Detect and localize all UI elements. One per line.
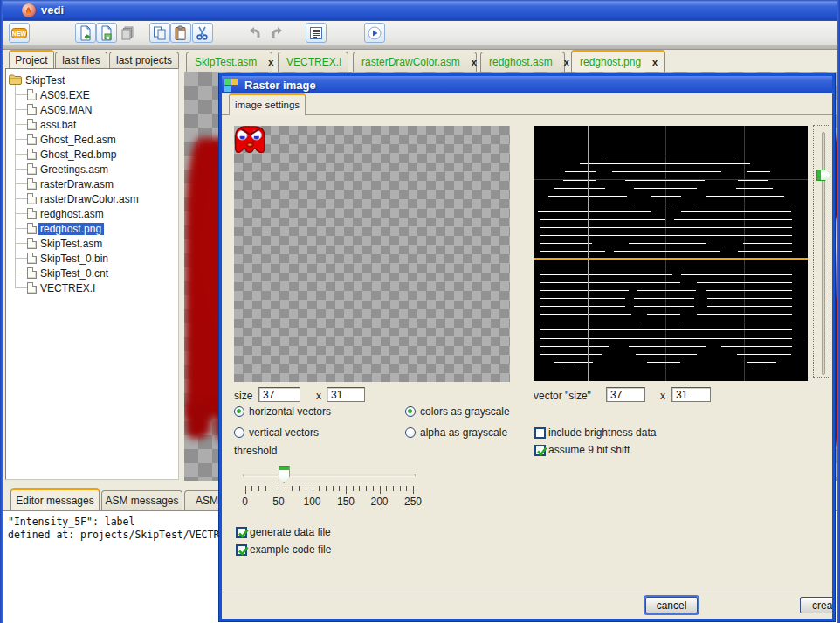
tree-file-skiptest-0-bin[interactable]: SkipTest_0.bin [6,251,178,266]
messages-tab-asm-messages[interactable]: ASM messages [101,490,182,510]
tab-close-icon[interactable]: x [472,57,477,67]
file-icon [27,119,37,130]
sidebar-tab-project[interactable]: Project [9,50,54,68]
tree-item-label: SkipTest_0.cnt [38,267,111,280]
run-button[interactable] [364,23,385,43]
editor-tab-label: rasterDrawColor.asm [361,56,460,68]
ruler-tick-label: 250 [404,495,422,508]
checkbox-label: example code file [250,543,331,556]
background-ghost-foot [186,404,210,439]
copy-button[interactable] [149,23,170,43]
checkbox-assume-9-bit-shift[interactable] [534,445,546,456]
vector-scale-slider-handle[interactable] [816,170,830,181]
editor-tab-rasterdrawcolor-asm[interactable]: rasterDrawColor.asmx [353,52,477,72]
tree-file-skiptest-asm[interactable]: SkipTest.asm [6,236,178,251]
ruler-tick-label: 200 [370,495,388,508]
threshold-slider-handle[interactable] [279,466,290,483]
radio-alpha-as-grayscale[interactable] [405,427,416,438]
main-toolbar: NEW [3,21,837,45]
save-file-button[interactable] [96,23,117,43]
file-icon [27,134,37,145]
ruler-tick [272,486,272,491]
threshold-label: threshold [234,445,277,457]
page-plus-icon [78,25,93,41]
redo-button[interactable] [266,23,287,43]
new-file-button[interactable] [75,23,96,43]
check-icon [236,525,251,540]
tree-file-vectrex-i[interactable]: VECTREX.I [6,280,178,295]
file-icon [27,178,37,190]
checkbox-include-brightness-data[interactable] [534,427,546,439]
new-project-button[interactable]: NEW [9,23,30,43]
ruler-tick [380,486,381,494]
editor-tab-skiptest-asm[interactable]: SkipTest.asmx [186,52,272,72]
tree-file-ghost-red-bmp[interactable]: Ghost_Red.bmp [6,147,178,162]
tree-item-label: redghost.png [38,223,104,235]
dialog-titlebar[interactable]: Raster image [222,76,833,93]
sidebar-tab-last-projects[interactable]: last projects [109,52,179,68]
ruler-tick [339,486,340,491]
tab-label: Project [15,54,47,66]
tree-file-as09-man[interactable]: AS09.MAN [6,102,178,117]
vector-scale-slider[interactable] [813,125,830,378]
file-icon [27,223,37,234]
file-icon [27,282,37,294]
radio-label: colors as grayscale [420,405,510,418]
file-icon [27,149,37,160]
tree-file-assi-bat[interactable]: assi.bat [6,117,178,132]
radio-horizontal-vectors[interactable] [234,406,244,417]
tree-file-redghost-asm[interactable]: redghost.asm [6,206,178,221]
cancel-button[interactable]: cancel [645,597,698,613]
size-height-input[interactable]: 31 [327,387,365,402]
tree-file-skiptest-0-cnt[interactable]: SkipTest_0.cnt [6,266,178,280]
ruler-tick [413,486,414,494]
editor-tab-vectrex-i[interactable]: VECTREX.Ix [278,52,348,72]
tree-item-label: AS09.MAN [38,104,94,116]
tree-file-redghost-png[interactable]: redghost.png [6,221,178,236]
tree-file-greetings-asm[interactable]: Greetings.asm [6,162,178,177]
threshold-slider-groove[interactable] [243,474,416,477]
tree-item-label: assi.bat [38,119,79,131]
tree-folder-skiptest[interactable]: SkipTest [6,73,178,87]
tree-file-rasterdrawcolor-asm[interactable]: rasterDrawColor.asm [6,191,178,206]
sidebar-tab-last-files[interactable]: last files [55,52,107,68]
tree-file-ghost-red-asm[interactable]: Ghost_Red.asm [6,132,178,147]
editor-tab-redghost-png[interactable]: redghost.pngx [571,50,665,72]
radio-dot [408,409,413,414]
raster-preview[interactable] [234,126,510,382]
message-line: defined at: projects/SkipTest/VECTREX.I [8,529,244,541]
editor-tab-redghost-asm[interactable]: redghost.asmx [480,52,565,72]
scissors-icon [195,25,210,41]
radio-label: vertical vectors [249,426,319,439]
vector-size-height-input[interactable]: 31 [671,387,711,402]
undo-button[interactable] [244,23,265,43]
ruler-tick [258,486,259,491]
tab-close-icon[interactable]: x [652,57,658,67]
cut-button[interactable] [192,23,213,43]
ruler-tick [319,486,320,491]
tab-label: last projects [116,54,172,66]
save-all-button[interactable] [118,23,139,43]
paste-button[interactable] [170,23,191,43]
checkbox-generate-data-file[interactable] [236,527,247,538]
checkbox-example-code-file[interactable] [236,544,247,556]
editor-tab-label: SkipTest.asm [195,56,257,68]
tree-file-as09-exe[interactable]: AS09.EXE [6,87,178,102]
dialog-footer-divider [222,592,833,593]
ruler-tick [359,486,360,491]
radio-vertical-vectors[interactable] [234,427,244,438]
file-icon [27,89,37,100]
tab-close-icon[interactable]: x [268,57,273,67]
radio-label: alpha as grayscale [420,426,507,439]
assemble-list-button[interactable] [306,23,327,43]
vector-preview[interactable] [534,126,808,381]
vector-size-width-input[interactable]: 37 [606,387,645,402]
size-width-input[interactable]: 37 [258,387,300,402]
project-panel: Projectlast fileslast projects SkipTestA… [3,50,180,481]
create-button[interactable]: create [800,597,835,613]
messages-tab-editor-messages[interactable]: Editor messages [10,488,100,510]
tab-close-icon[interactable]: x [564,57,569,67]
tab-image-settings[interactable]: image settings [229,93,306,114]
radio-colors-as-grayscale[interactable] [405,406,416,417]
tree-file-rasterdraw-asm[interactable]: rasterDraw.asm [6,177,178,191]
